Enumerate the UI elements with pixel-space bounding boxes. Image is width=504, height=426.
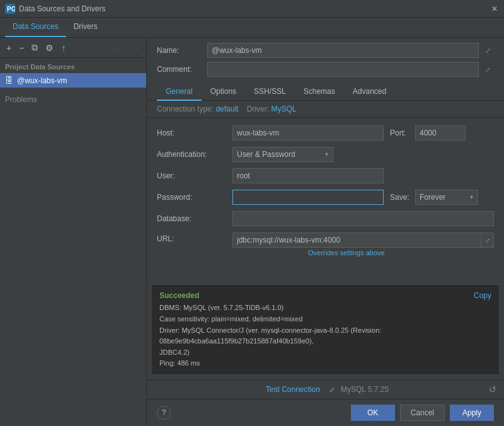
driver-value[interactable]: MySQL xyxy=(271,105,296,113)
conn-type-label: Connection type: xyxy=(157,105,214,113)
url-field-container: ⤢ Overrides settings above xyxy=(232,233,494,256)
save-select[interactable]: Forever Until restart Never xyxy=(415,190,478,205)
help-button[interactable]: ? xyxy=(157,406,171,420)
user-row: User: xyxy=(157,168,494,183)
host-label: Host: xyxy=(157,129,232,137)
comment-expand-icon: ⤢ xyxy=(481,63,494,76)
name-field-wrap: ⤢ xyxy=(207,43,494,58)
auth-select-wrap: User & Password No auth LDAP xyxy=(232,147,333,162)
url-row: URL: ⤢ Overrides settings above xyxy=(157,233,494,256)
database-input[interactable] xyxy=(232,211,494,226)
tab-general[interactable]: General xyxy=(157,83,202,101)
url-label: URL: xyxy=(157,233,232,243)
conn-type-value[interactable]: default xyxy=(215,105,238,113)
log-line-2: Driver: MySQL Connector/J (ver. mysql-co… xyxy=(159,325,491,347)
content-area: + − ⧉ ⚙ ↑ ← → Project Data Sources 🗄 @wu… xyxy=(0,38,504,426)
port-input[interactable] xyxy=(415,125,466,141)
sidebar: + − ⧉ ⚙ ↑ ← → Project Data Sources 🗄 @wu… xyxy=(0,38,147,426)
name-label: Name: xyxy=(157,46,207,55)
auth-row: Authentication: User & Password No auth … xyxy=(157,147,494,162)
password-input[interactable] xyxy=(232,190,384,205)
comment-field-wrap: ⤢ xyxy=(207,62,494,77)
save-select-wrap: Forever Until restart Never xyxy=(415,190,478,205)
url-wrap: ⤢ xyxy=(232,233,494,248)
window-title: Data Sources and Drivers xyxy=(19,4,490,13)
name-row: Name: ⤢ xyxy=(157,43,494,58)
tab-ssh-ssl[interactable]: SSH/SSL xyxy=(245,83,295,101)
inner-tabs: General Options SSH/SSL Schemas Advanced xyxy=(147,83,504,101)
datasource-label: @wux-labs-vm xyxy=(17,76,67,85)
datasource-icon: 🗄 xyxy=(5,76,13,85)
apply-button[interactable]: Apply xyxy=(450,405,494,421)
remove-datasource-button[interactable]: − xyxy=(16,42,26,54)
forward-button[interactable]: → xyxy=(129,42,142,54)
comment-row: Comment: ⤢ xyxy=(157,62,494,77)
log-line-0: DBMS: MySQL (ver. 5.7.25-TiDB-v6.1.0) xyxy=(159,302,491,314)
auth-select[interactable]: User & Password No auth LDAP xyxy=(232,147,333,162)
log-line-4: Ping: 486 ms xyxy=(159,358,491,369)
settings-datasource-button[interactable]: ⚙ xyxy=(43,42,56,54)
right-panel: Name: ⤢ Comment: ⤢ General Opti xyxy=(147,38,504,426)
tab-options[interactable]: Options xyxy=(202,83,245,101)
copy-button[interactable]: Copy xyxy=(474,291,491,300)
general-form: Host: Port: Authentication: User & Passw… xyxy=(147,118,504,285)
log-line-3: JDBC4.2) xyxy=(159,347,491,359)
copy-datasource-button[interactable]: ⧉ xyxy=(29,41,40,54)
test-check-icon: ✓ xyxy=(329,385,336,394)
tab-schemas[interactable]: Schemas xyxy=(295,83,344,101)
database-row: Database: xyxy=(157,211,494,226)
cancel-button[interactable]: Cancel xyxy=(400,405,445,421)
conn-info: Connection type: default Driver: MySQL xyxy=(147,101,504,118)
url-hint: Overrides settings above xyxy=(232,249,494,256)
database-label: Database: xyxy=(157,214,232,223)
status-text: Succeeded xyxy=(159,291,199,300)
bottom-panel-header: Succeeded Copy xyxy=(159,291,491,300)
tab-drivers[interactable]: Drivers xyxy=(66,17,105,37)
main-container: Data Sources Drivers + − ⧉ ⚙ ↑ ← → Proje… xyxy=(0,18,504,426)
test-connection-bar: Test Connection ✓ MySQL 5.7.25 ↺ xyxy=(147,379,504,399)
problems-label: Problems xyxy=(5,95,37,104)
add-datasource-button[interactable]: + xyxy=(4,42,14,54)
save-label: Save: xyxy=(390,193,415,202)
window-controls: ✕ xyxy=(490,4,499,13)
host-row: Host: Port: xyxy=(157,125,494,141)
url-input[interactable] xyxy=(232,233,481,248)
driver-label: Driver: xyxy=(247,105,269,113)
user-label: User: xyxy=(157,171,232,180)
sidebar-toolbar: + − ⧉ ⚙ ↑ ← → xyxy=(0,38,146,58)
ok-button[interactable]: OK xyxy=(351,405,395,421)
refresh-button[interactable]: ↺ xyxy=(489,384,496,394)
title-bar: PG Data Sources and Drivers ✕ xyxy=(0,0,504,18)
comment-input[interactable] xyxy=(207,62,479,77)
test-version-text: MySQL 5.7.25 xyxy=(341,385,389,394)
bottom-panel: Succeeded Copy DBMS: MySQL (ver. 5.7.25-… xyxy=(152,285,499,374)
project-data-sources-title: Project Data Sources xyxy=(0,58,146,73)
svg-text:PG: PG xyxy=(7,6,15,13)
port-label: Port: xyxy=(390,129,415,137)
app-icon: PG xyxy=(5,4,15,14)
footer-buttons: ? OK Cancel Apply xyxy=(147,399,504,426)
sidebar-item-wux-labs-vm[interactable]: 🗄 @wux-labs-vm xyxy=(0,73,146,88)
comment-label: Comment: xyxy=(157,65,207,74)
problems-section: Problems xyxy=(0,88,146,112)
export-datasource-button[interactable]: ↑ xyxy=(59,42,68,54)
url-expand-icon[interactable]: ⤢ xyxy=(481,233,494,248)
top-tabs: Data Sources Drivers xyxy=(0,18,504,38)
user-input[interactable] xyxy=(232,168,384,183)
name-input[interactable] xyxy=(207,43,479,58)
test-connection-button[interactable]: Test Connection xyxy=(262,384,324,395)
footer-left: ? xyxy=(157,406,346,420)
tab-data-sources[interactable]: Data Sources xyxy=(5,17,66,37)
name-expand-icon[interactable]: ⤢ xyxy=(481,44,494,57)
auth-label: Authentication: xyxy=(157,150,232,159)
tab-advanced[interactable]: Advanced xyxy=(344,83,395,101)
form-top: Name: ⤢ Comment: ⤢ xyxy=(147,38,504,83)
password-row: Password: Save: Forever Until restart Ne… xyxy=(157,190,494,205)
log-content: DBMS: MySQL (ver. 5.7.25-TiDB-v6.1.0) Ca… xyxy=(159,302,491,369)
back-button[interactable]: ← xyxy=(112,42,126,54)
password-label: Password: xyxy=(157,193,232,202)
host-input[interactable] xyxy=(232,125,384,141)
close-button[interactable]: ✕ xyxy=(490,4,499,13)
log-line-1: Case sensitivity: plain=mixed, delimited… xyxy=(159,314,491,325)
